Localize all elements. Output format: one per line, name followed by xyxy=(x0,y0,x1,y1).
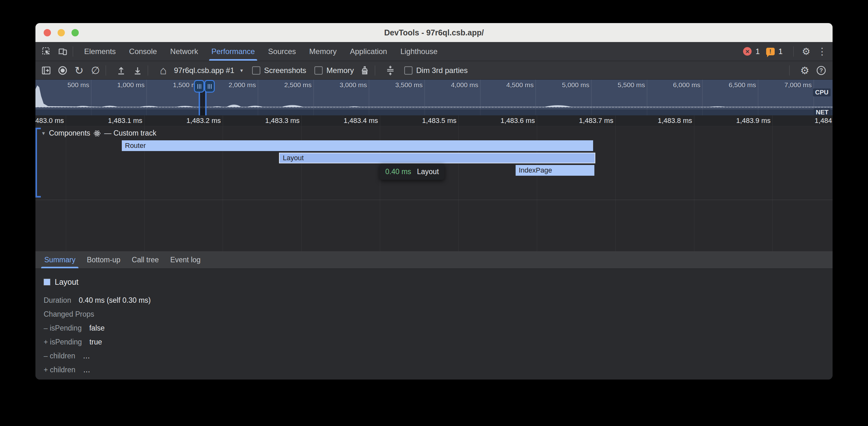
divider xyxy=(793,46,794,57)
selection-right-line xyxy=(205,89,207,116)
flame-bar-router[interactable]: Router xyxy=(122,140,593,151)
screen: DevTools - 97r6ql.csb.app/ ElementsConso… xyxy=(0,0,868,426)
ruler-tick-label: 1,483.5 ms xyxy=(387,117,457,125)
dim-3rd-parties-checkbox[interactable]: Dim 3rd parties xyxy=(404,66,468,75)
home-live-metrics-icon[interactable]: ⌂ xyxy=(158,65,169,76)
settings-gear-icon[interactable]: ⚙ xyxy=(802,47,810,56)
tab-elements[interactable]: Elements xyxy=(78,42,122,61)
upload-profile-icon[interactable] xyxy=(116,65,127,76)
summary-row-value: … xyxy=(83,352,90,360)
collapse-triangle-icon[interactable]: ▼ xyxy=(41,131,46,136)
titlebar: DevTools - 97r6ql.csb.app/ xyxy=(35,23,833,42)
cpu-lane-label: CPU xyxy=(813,89,831,96)
dock-sidebar-icon[interactable] xyxy=(40,65,52,76)
flame-chart-panel[interactable]: ▼ Components — Custom track RouterLayout… xyxy=(35,126,833,251)
summary-row-value: true xyxy=(90,338,102,347)
tab-network[interactable]: Network xyxy=(163,42,205,61)
summary-row-label: Changed Props xyxy=(44,310,94,319)
ruler-tick xyxy=(694,116,694,126)
tooltip-label: Layout xyxy=(417,167,439,176)
issues-badge-icon[interactable]: ! xyxy=(766,48,775,55)
summary-row-label: – isPending xyxy=(44,324,82,332)
summary-pane: Layout Duration0.40 ms (self 0.30 ms)Cha… xyxy=(35,269,833,380)
tab-sources[interactable]: Sources xyxy=(261,42,303,61)
checkbox-box xyxy=(404,66,412,74)
flame-bar-indexpage[interactable]: IndexPage xyxy=(516,165,594,176)
flame-bar-layout[interactable]: Layout xyxy=(279,153,595,163)
error-badge-icon[interactable]: × xyxy=(743,47,752,56)
dim-3rd-parties-label: Dim 3rd parties xyxy=(416,66,468,75)
tab-application[interactable]: Application xyxy=(343,42,394,61)
summary-row-value: false xyxy=(89,324,105,332)
summary-row-label: + isPending xyxy=(44,338,82,347)
target-selector-label: 97r6ql.csb.app #1 xyxy=(174,66,235,75)
summary-row-changed-props: Changed Props xyxy=(44,307,151,321)
inspect-element-icon[interactable] xyxy=(41,46,52,57)
flame-gridline xyxy=(772,126,773,251)
devtools-window: DevTools - 97r6ql.csb.app/ ElementsConso… xyxy=(35,23,833,380)
ruler-tick xyxy=(66,116,66,126)
selection-left-handle[interactable] xyxy=(194,80,204,93)
summary-row-label: Duration xyxy=(44,296,71,305)
summary-row-ispending: + isPendingtrue xyxy=(44,335,151,349)
capture-settings-gear-icon[interactable]: ⚙ xyxy=(799,65,810,76)
ruler-tick-label: 1,483.9 ms xyxy=(701,117,771,125)
summary-row-children: – children… xyxy=(44,349,151,363)
ruler-tick-label: 1,483.7 ms xyxy=(544,117,613,125)
device-toolbar-icon[interactable] xyxy=(58,46,68,57)
memory-checkbox[interactable]: Memory xyxy=(314,66,354,75)
track-title-suffix: — Custom track xyxy=(104,129,156,137)
collapse-shortcuts-icon[interactable] xyxy=(385,65,396,76)
selection-range xyxy=(200,91,205,116)
divider xyxy=(148,65,148,75)
selection-right-handle[interactable] xyxy=(204,80,215,93)
window-title: DevTools - 97r6ql.csb.app/ xyxy=(35,23,833,42)
summary-title: Layout xyxy=(55,277,79,287)
screenshots-label: Screenshots xyxy=(264,66,306,75)
flame-gridline xyxy=(694,126,694,251)
track-bottom-divider xyxy=(35,200,833,200)
record-icon[interactable] xyxy=(57,65,68,76)
details-tab-summary[interactable]: Summary xyxy=(39,251,81,268)
panel-tabs: ElementsConsoleNetworkPerformanceSources… xyxy=(78,42,444,61)
clear-icon[interactable]: ∅ xyxy=(90,65,101,76)
details-tab-event-log[interactable]: Event log xyxy=(164,251,206,268)
divider xyxy=(375,65,375,75)
error-count[interactable]: 1 xyxy=(755,47,760,56)
tab-memory[interactable]: Memory xyxy=(303,42,344,61)
issue-count[interactable]: 1 xyxy=(778,47,783,56)
detail-time-ruler: 1,483.0 ms1,483.1 ms1,483.2 ms1,483.3 ms… xyxy=(35,116,833,126)
tab-console[interactable]: Console xyxy=(122,42,163,61)
target-selector-dropdown[interactable]: 97r6ql.csb.app #1 ▼ xyxy=(174,66,244,75)
ruler-tick xyxy=(772,116,773,126)
ruler-tick-label: 1,483.2 ms xyxy=(151,117,221,125)
flame-tooltip: 0.40 ms Layout xyxy=(380,164,444,180)
ruler-tick-label: 1,483.0 ms xyxy=(35,117,64,125)
details-tab-bottom-up[interactable]: Bottom-up xyxy=(81,251,126,268)
tabbar-right: × 1 ! 1 ⚙ ⋮ xyxy=(743,46,827,57)
summary-rows: Duration0.40 ms (self 0.30 ms)Changed Pr… xyxy=(44,293,151,377)
summary-row-ispending: – isPendingfalse xyxy=(44,321,151,335)
overview-baseline xyxy=(35,107,833,107)
collect-garbage-icon[interactable] xyxy=(359,65,370,76)
timeline-overview[interactable]: 500 ms1,000 ms1,500 ms2,000 ms2,500 ms3,… xyxy=(35,79,833,116)
details-tab-call-tree[interactable]: Call tree xyxy=(126,251,165,268)
summary-row-label: – children xyxy=(44,352,75,360)
checkbox-box xyxy=(314,66,323,74)
flame-gridline xyxy=(615,126,616,251)
download-profile-icon[interactable] xyxy=(132,65,143,76)
tab-lighthouse[interactable]: Lighthouse xyxy=(394,42,444,61)
ruler-tick xyxy=(302,116,302,126)
main-tabbar: ElementsConsoleNetworkPerformanceSources… xyxy=(35,42,833,61)
summary-row-label: + children xyxy=(44,366,75,374)
track-header[interactable]: ▼ Components — Custom track xyxy=(41,129,156,137)
reload-record-icon[interactable]: ↻ xyxy=(73,65,85,76)
help-icon[interactable]: ? xyxy=(815,65,827,76)
kebab-menu-icon[interactable]: ⋮ xyxy=(817,47,827,56)
summary-legend: Layout xyxy=(44,277,79,287)
react-atom-icon xyxy=(93,130,101,137)
ruler-tick xyxy=(615,116,616,126)
screenshots-checkbox[interactable]: Screenshots xyxy=(252,66,306,75)
tab-performance[interactable]: Performance xyxy=(205,42,261,61)
summary-row-duration: Duration0.40 ms (self 0.30 ms) xyxy=(44,293,151,307)
